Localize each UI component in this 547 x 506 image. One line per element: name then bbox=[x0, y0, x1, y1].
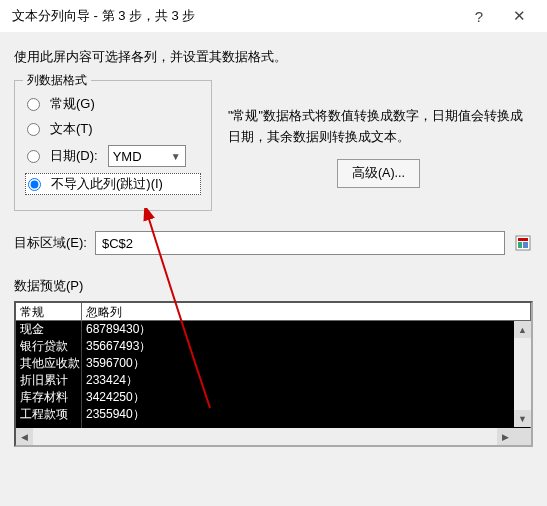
radio-general-input[interactable] bbox=[27, 98, 40, 111]
preview-cell: 现金 bbox=[20, 321, 77, 338]
format-info-text: "常规"数据格式将数值转换成数字，日期值会转换成日期，其余数据则转换成文本。 bbox=[228, 106, 529, 149]
radio-date-input[interactable] bbox=[27, 150, 40, 163]
horizontal-scrollbar[interactable]: ◀ ▶ bbox=[16, 428, 514, 445]
scroll-corner bbox=[514, 428, 531, 445]
instruction-text: 使用此屏内容可选择各列，并设置其数据格式。 bbox=[14, 48, 533, 66]
radio-text-input[interactable] bbox=[27, 123, 40, 136]
group-legend: 列数据格式 bbox=[23, 72, 91, 89]
preview-header-row: 常规 忽略列 bbox=[16, 303, 531, 321]
preview-col2: 68789430） 35667493） 3596700） 233424） 342… bbox=[82, 321, 531, 445]
target-range-value: $C$2 bbox=[102, 236, 133, 251]
radio-general[interactable]: 常规(G) bbox=[25, 94, 201, 114]
target-range-input[interactable]: $C$2 bbox=[95, 231, 505, 255]
scroll-down-icon[interactable]: ▼ bbox=[514, 410, 531, 427]
svg-rect-1 bbox=[518, 238, 528, 241]
data-preview: 常规 忽略列 现金 银行贷款 其他应收款 折旧累计 库存材料 工程款项 6878… bbox=[14, 301, 533, 447]
svg-rect-3 bbox=[523, 242, 528, 248]
preview-cell: 2355940） bbox=[86, 406, 526, 423]
radio-general-label: 常规(G) bbox=[50, 95, 95, 113]
format-info-panel: "常规"数据格式将数值转换成数字，日期值会转换成日期，其余数据则转换成文本。 高… bbox=[224, 80, 533, 211]
scroll-right-icon[interactable]: ▶ bbox=[497, 428, 514, 445]
chevron-down-icon: ▼ bbox=[171, 151, 181, 162]
target-label: 目标区域(E): bbox=[14, 234, 87, 252]
preview-cell: 233424） bbox=[86, 372, 526, 389]
range-picker-button[interactable] bbox=[513, 233, 533, 253]
preview-label: 数据预览(P) bbox=[14, 277, 533, 295]
radio-skip-input[interactable] bbox=[28, 178, 41, 191]
date-format-select[interactable]: YMD ▼ bbox=[108, 145, 186, 167]
preview-cell: 3424250） bbox=[86, 389, 526, 406]
scroll-track[interactable] bbox=[33, 428, 497, 445]
vertical-scrollbar[interactable]: ▲ ▼ bbox=[514, 321, 531, 427]
preview-cell: 其他应收款 bbox=[20, 355, 77, 372]
preview-cell: 3596700） bbox=[86, 355, 526, 372]
radio-date[interactable]: 日期(D): YMD ▼ bbox=[25, 144, 201, 168]
radio-skip[interactable]: 不导入此列(跳过)(I) bbox=[25, 173, 201, 195]
column-format-group: 列数据格式 常规(G) 文本(T) 日期(D): YMD ▼ 不导入此列(跳过)… bbox=[14, 80, 212, 211]
close-button[interactable]: ✕ bbox=[499, 2, 539, 30]
date-format-value: YMD bbox=[113, 149, 142, 164]
help-button[interactable]: ? bbox=[459, 2, 499, 30]
preview-cell: 库存材料 bbox=[20, 389, 77, 406]
preview-header-col1[interactable]: 常规 bbox=[16, 303, 82, 320]
scroll-track[interactable] bbox=[514, 338, 531, 410]
svg-rect-2 bbox=[518, 242, 522, 248]
preview-col1: 现金 银行贷款 其他应收款 折旧累计 库存材料 工程款项 bbox=[16, 321, 82, 445]
scroll-left-icon[interactable]: ◀ bbox=[16, 428, 33, 445]
scroll-up-icon[interactable]: ▲ bbox=[514, 321, 531, 338]
radio-date-label: 日期(D): bbox=[50, 147, 98, 165]
titlebar: 文本分列向导 - 第 3 步，共 3 步 ? ✕ bbox=[0, 0, 547, 32]
preview-header-col2[interactable]: 忽略列 bbox=[82, 303, 531, 320]
preview-cell: 35667493） bbox=[86, 338, 526, 355]
preview-cell: 68789430） bbox=[86, 321, 526, 338]
radio-skip-label: 不导入此列(跳过)(I) bbox=[51, 175, 163, 193]
window-title: 文本分列向导 - 第 3 步，共 3 步 bbox=[12, 7, 459, 25]
preview-cell: 工程款项 bbox=[20, 406, 77, 423]
range-picker-icon bbox=[515, 235, 531, 251]
preview-cell: 银行贷款 bbox=[20, 338, 77, 355]
preview-cell: 折旧累计 bbox=[20, 372, 77, 389]
radio-text[interactable]: 文本(T) bbox=[25, 119, 201, 139]
radio-text-label: 文本(T) bbox=[50, 120, 93, 138]
dialog-content: 使用此屏内容可选择各列，并设置其数据格式。 列数据格式 常规(G) 文本(T) … bbox=[0, 32, 547, 455]
preview-body: 现金 银行贷款 其他应收款 折旧累计 库存材料 工程款项 68789430） 3… bbox=[16, 321, 531, 445]
advanced-button[interactable]: 高级(A)... bbox=[337, 159, 420, 188]
